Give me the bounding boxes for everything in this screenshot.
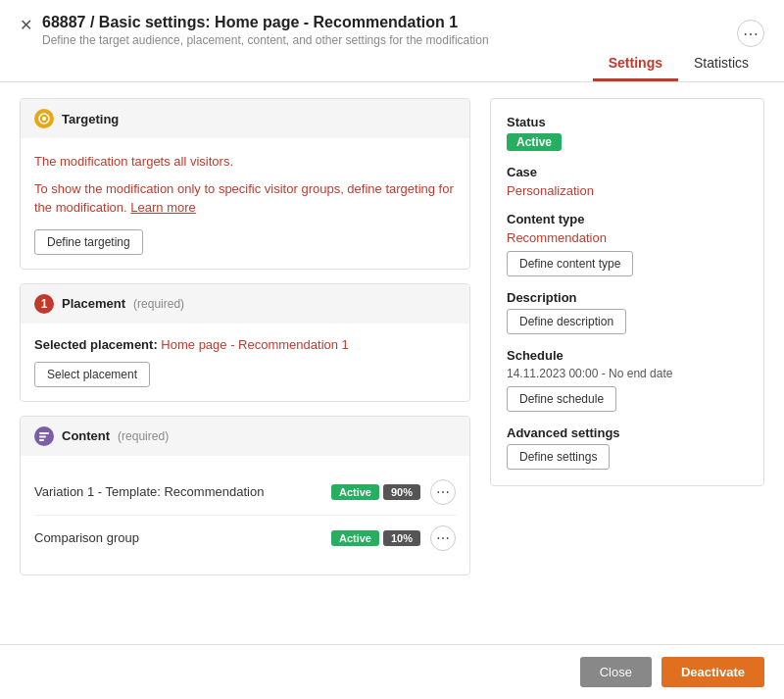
sidebar-schedule-section: Schedule 14.11.2023 00:00 - No end date … bbox=[507, 348, 748, 412]
sidebar-content-type-value: Recommendation bbox=[507, 230, 748, 245]
main-content: Targeting The modification targets all v… bbox=[20, 98, 470, 628]
sidebar-content-type-section: Content type Recommendation Define conte… bbox=[507, 212, 748, 276]
placement-icon: 1 bbox=[34, 294, 54, 314]
targeting-info-line1: The modification targets all visitors. bbox=[34, 152, 456, 172]
define-schedule-button[interactable]: Define schedule bbox=[507, 386, 616, 412]
sidebar: Status Active Case Personalization Conte… bbox=[490, 98, 764, 486]
variation-1-status-badge: Active bbox=[331, 484, 379, 500]
content-body: Variation 1 - Template: Recommendation A… bbox=[21, 456, 469, 574]
variation-2-menu-button[interactable]: ⋯ bbox=[430, 525, 456, 551]
close-button[interactable]: Close bbox=[580, 657, 652, 687]
content-title: Content bbox=[62, 428, 110, 443]
tab-statistics[interactable]: Statistics bbox=[678, 47, 764, 81]
more-button[interactable]: ⋯ bbox=[737, 20, 764, 47]
placement-info: Selected placement: Home page - Recommen… bbox=[34, 337, 456, 352]
learn-more-link[interactable]: Learn more bbox=[130, 200, 195, 215]
sidebar-case-label: Case bbox=[507, 165, 748, 179]
placement-required: (required) bbox=[133, 297, 184, 311]
define-content-type-button[interactable]: Define content type bbox=[507, 251, 633, 276]
svg-rect-4 bbox=[39, 439, 44, 441]
targeting-section: Targeting The modification targets all v… bbox=[20, 98, 470, 270]
define-targeting-button[interactable]: Define targeting bbox=[34, 229, 143, 255]
sidebar-content-type-label: Content type bbox=[507, 212, 748, 226]
svg-point-1 bbox=[42, 117, 46, 121]
select-placement-button[interactable]: Select placement bbox=[34, 362, 150, 387]
define-description-button[interactable]: Define description bbox=[507, 309, 626, 334]
sidebar-schedule-value: 14.11.2023 00:00 - No end date bbox=[507, 367, 748, 380]
variation-1-name: Variation 1 - Template: Recommendation bbox=[34, 484, 331, 499]
status-badge: Active bbox=[507, 133, 562, 151]
close-icon[interactable]: ✕ bbox=[20, 16, 32, 34]
targeting-body: The modification targets all visitors. T… bbox=[21, 138, 469, 269]
svg-rect-2 bbox=[39, 432, 49, 434]
targeting-info-line2: To show the modification only to specifi… bbox=[34, 179, 456, 218]
targeting-title: Targeting bbox=[62, 112, 119, 126]
sidebar-description-section: Description Define description bbox=[507, 290, 748, 334]
modal-subtitle: Define the target audience, placement, c… bbox=[42, 33, 489, 47]
sidebar-description-label: Description bbox=[507, 290, 748, 305]
sidebar-advanced-label: Advanced settings bbox=[507, 425, 748, 440]
content-required: (required) bbox=[118, 429, 169, 443]
placement-section: 1 Placement (required) Selected placemen… bbox=[20, 283, 470, 402]
modal-footer: Close Deactivate bbox=[0, 644, 784, 699]
variation-1-percent-badge: 90% bbox=[383, 484, 420, 500]
content-section: Content (required) Variation 1 - Templat… bbox=[20, 416, 470, 575]
targeting-icon bbox=[34, 109, 54, 128]
modal: ✕ 68887 / Basic settings: Home page - Re… bbox=[0, 0, 784, 699]
deactivate-button[interactable]: Deactivate bbox=[662, 657, 764, 687]
svg-rect-3 bbox=[39, 435, 46, 437]
modal-title: 68887 / Basic settings: Home page - Reco… bbox=[42, 14, 489, 31]
variation-1-menu-button[interactable]: ⋯ bbox=[430, 479, 456, 505]
sidebar-case-section: Case Personalization bbox=[507, 165, 748, 198]
content-icon bbox=[34, 426, 54, 446]
sidebar-status-section: Status Active bbox=[507, 115, 748, 151]
variation-2-status-badge: Active bbox=[331, 530, 379, 546]
sidebar-schedule-label: Schedule bbox=[507, 348, 748, 363]
sidebar-status-label: Status bbox=[507, 115, 748, 129]
tab-settings[interactable]: Settings bbox=[593, 47, 678, 81]
list-item: Variation 1 - Template: Recommendation A… bbox=[34, 470, 456, 516]
placement-title: Placement bbox=[62, 296, 125, 311]
placement-body: Selected placement: Home page - Recommen… bbox=[21, 324, 469, 401]
content-header: Content (required) bbox=[21, 417, 469, 456]
placement-selected-label: Selected placement: bbox=[34, 337, 158, 352]
targeting-header: Targeting bbox=[21, 99, 469, 138]
define-settings-button[interactable]: Define settings bbox=[507, 444, 610, 470]
list-item: Comparison group Active 10% ⋯ bbox=[34, 516, 456, 561]
variation-2-percent-badge: 10% bbox=[383, 530, 420, 546]
sidebar-advanced-section: Advanced settings Define settings bbox=[507, 425, 748, 470]
modal-body: Targeting The modification targets all v… bbox=[0, 82, 784, 644]
variation-2-name: Comparison group bbox=[34, 530, 331, 545]
placement-header: 1 Placement (required) bbox=[21, 284, 469, 324]
sidebar-case-value: Personalization bbox=[507, 183, 748, 198]
tabs-row: Settings Statistics bbox=[0, 47, 784, 82]
placement-selected-value: Home page - Recommendation 1 bbox=[161, 337, 349, 352]
